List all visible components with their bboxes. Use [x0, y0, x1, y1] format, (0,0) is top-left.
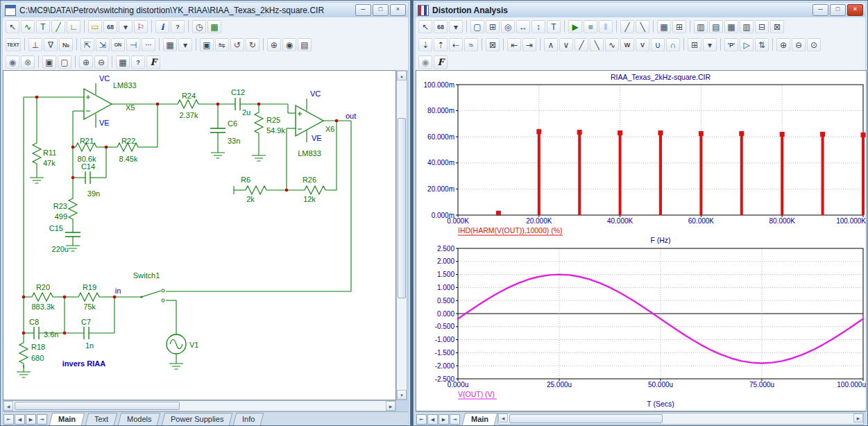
first-tab-button[interactable]: ⇤	[416, 414, 427, 425]
grid-dropdown[interactable]: ▾	[178, 38, 192, 51]
pin-tool[interactable]: ⊥	[28, 38, 42, 51]
node-label[interactable]: invers RIAA	[62, 359, 105, 368]
wire-tool[interactable]: ∿	[21, 20, 35, 33]
component-label[interactable]: 2u	[242, 108, 250, 117]
component-label[interactable]: R23	[53, 202, 67, 210]
data-points-toggle[interactable]: ▦	[657, 20, 671, 33]
resistor-symbol[interactable]	[175, 100, 203, 108]
component-label[interactable]: 54.9k	[266, 126, 285, 135]
stop-circle-button[interactable]: ⊗	[21, 56, 35, 69]
switch-contact[interactable]	[162, 289, 164, 292]
component-label[interactable]: 2k	[246, 195, 255, 203]
select-tool[interactable]: ↖	[418, 20, 432, 33]
zoom-out-button[interactable]: ⊖	[792, 38, 806, 51]
run-button[interactable]: ▶	[568, 20, 582, 33]
component-label[interactable]: C8	[29, 318, 39, 326]
text-tool[interactable]: T	[36, 20, 50, 33]
legend-label[interactable]: IHD(HARM(V(OUT)),10000) (%)	[458, 226, 563, 235]
pcb-button[interactable]: ▦	[207, 20, 221, 33]
component-label[interactable]: 75k	[83, 303, 96, 311]
scroll-down-icon[interactable]: ▼	[397, 390, 407, 400]
component-label[interactable]: LM833	[113, 81, 137, 90]
info-tool[interactable]: i	[155, 20, 169, 33]
capacitor-symbol[interactable]	[85, 171, 90, 184]
component-label[interactable]: R20	[36, 283, 50, 291]
step-button[interactable]: ◉	[6, 56, 19, 69]
component-label[interactable]: R6	[241, 176, 250, 184]
component-label[interactable]: 33n	[228, 137, 240, 145]
capacitor-symbol[interactable]	[84, 327, 89, 339]
component-label[interactable]: C15	[49, 224, 63, 232]
auto-scale-button[interactable]: ⊙	[807, 38, 821, 51]
maximize-button[interactable]: □	[830, 4, 846, 16]
info-panel-button[interactable]: ▤	[298, 38, 312, 51]
horizontal-scrollbar[interactable]: ◀ ▶	[3, 400, 396, 411]
horizontal-probe[interactable]: ⇠	[449, 38, 463, 51]
text-page-button[interactable]: TEXT	[6, 38, 21, 51]
valley-button[interactable]: ∨	[559, 38, 573, 51]
tab-info[interactable]: Info	[233, 413, 264, 425]
vertical-tag[interactable]: ↕	[531, 20, 545, 33]
component-label[interactable]: 883.3k	[31, 303, 55, 311]
bring-front-button[interactable]: ⇱	[80, 38, 94, 51]
legend-label[interactable]: V(OUT) (V)	[458, 390, 495, 398]
tab-power-supplies[interactable]: Power Supplies	[161, 413, 232, 425]
plot-layout-2[interactable]: ▤	[709, 20, 723, 33]
close-button[interactable]: ×	[390, 4, 406, 16]
envelope-bottom-button[interactable]: ∩	[666, 38, 680, 51]
resistor-symbol[interactable]	[243, 186, 271, 194]
numeric-output[interactable]: 'P'	[724, 38, 738, 51]
prev-tab-button[interactable]: ◀	[15, 414, 25, 425]
tab-main[interactable]: Main	[49, 413, 85, 425]
text-tool[interactable]: T	[547, 20, 561, 33]
grid-toggle[interactable]: ⊞	[672, 20, 686, 33]
send-back-button[interactable]: ⇲	[96, 38, 110, 51]
ground-symbol[interactable]	[252, 155, 266, 161]
font-button[interactable]: F	[434, 56, 448, 69]
watch-button[interactable]: ▷	[740, 38, 754, 51]
capacitor-symbol[interactable]	[34, 327, 39, 339]
last-tab-button[interactable]: ⇥	[450, 414, 460, 425]
component-label[interactable]: 39n	[87, 189, 100, 198]
schematic-drawing[interactable]: VCLM833X5VER1147kR2180.6kR228.45kC1439nR…	[3, 71, 395, 400]
envelope-top-button[interactable]: ∪	[651, 38, 665, 51]
zoom-out-button[interactable]: ⊖	[94, 56, 108, 69]
component-label[interactable]: 1n	[85, 341, 94, 350]
capacitor-symbol[interactable]	[235, 98, 240, 110]
capacitor-symbol[interactable]	[210, 128, 225, 133]
vertical-probe[interactable]: ⇡	[434, 38, 448, 51]
scroll-thumb[interactable]	[509, 414, 663, 423]
polyline-tool[interactable]: ╲	[636, 20, 649, 33]
component-label[interactable]: 2.37k	[180, 111, 198, 119]
component-label[interactable]: X5	[126, 103, 135, 112]
resistor-symbol[interactable]	[19, 340, 28, 368]
vertical-scrollbar[interactable]: ▲ ▼	[396, 70, 407, 400]
component-label[interactable]: 3.6n	[44, 330, 58, 339]
split-plot[interactable]: ⊠	[770, 20, 784, 33]
node-label[interactable]: VC	[99, 74, 110, 83]
tab-main[interactable]: Main	[462, 413, 498, 425]
component-label[interactable]: R26	[303, 176, 316, 184]
plot-properties[interactable]: ⊞	[688, 38, 701, 51]
component-label[interactable]: R19	[83, 283, 96, 291]
component-label[interactable]: C6	[228, 119, 237, 128]
animate-probe[interactable]: ⇣	[418, 38, 432, 51]
resistor-symbol[interactable]	[33, 140, 41, 168]
vertical-scroll-thumb[interactable]	[398, 118, 406, 299]
first-tab-button[interactable]: ⇤	[3, 414, 14, 425]
opamp-symbol[interactable]	[296, 105, 323, 136]
component-label[interactable]: R25	[266, 116, 280, 124]
component-label[interactable]: C7	[81, 318, 91, 326]
pause-button[interactable]: ‖	[599, 20, 613, 33]
scroll-up-icon[interactable]: ▲	[397, 71, 407, 80]
node-label[interactable]: in	[115, 287, 121, 295]
schematic-canvas[interactable]: VCLM833X5VER1147kR2180.6kR228.45kC1439nR…	[3, 70, 396, 400]
scale-mode[interactable]: ⊞	[486, 20, 500, 33]
component-label[interactable]: R18	[31, 343, 45, 351]
flip-button[interactable]: ⇋	[215, 38, 229, 51]
ground-symbol[interactable]	[30, 178, 44, 183]
node-label[interactable]: out	[346, 112, 356, 120]
plot-layout-3[interactable]: ▦	[724, 20, 738, 33]
scroll-left-icon[interactable]: ◀	[498, 414, 508, 423]
component-search[interactable]: 68	[103, 20, 117, 33]
